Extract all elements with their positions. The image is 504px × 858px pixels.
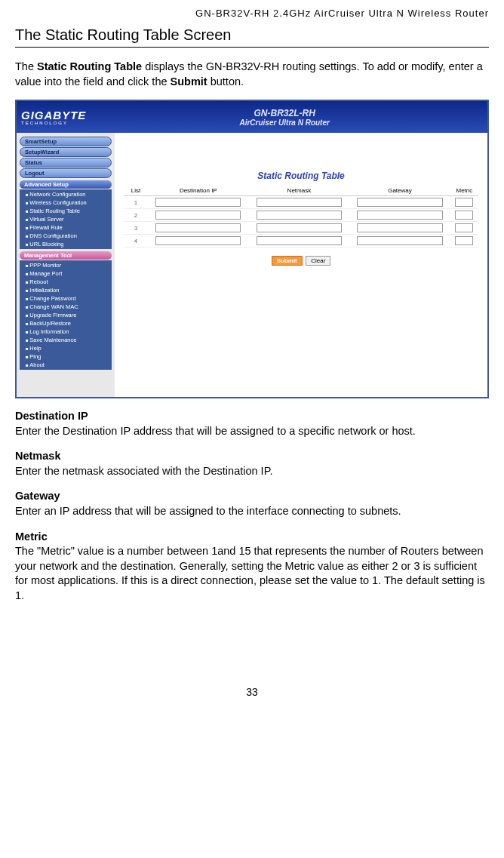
definition-term: Gateway [15, 489, 489, 504]
sidebar-btn-setupwizard[interactable]: SetupWizard [20, 147, 112, 157]
page-number: 33 [15, 686, 489, 698]
table-row: 1 [124, 196, 478, 209]
sidebar-item[interactable]: Virtual Server [20, 215, 112, 223]
sidebar-item[interactable]: Wireless Configuration [20, 198, 112, 207]
definition-desc: Enter the Destination IP address that wi… [15, 424, 489, 439]
destip-input[interactable] [155, 211, 241, 220]
sidebar-item[interactable]: URL Blocking [20, 240, 112, 248]
row-index: 3 [124, 222, 148, 235]
intro-bold2: Submit [171, 75, 207, 88]
gateway-input[interactable] [357, 198, 442, 207]
sidebar-top-buttons: SmartSetupSetupWizardStatusLogout [18, 137, 113, 178]
advanced-items: Network ConfigurationWireless Configurat… [20, 189, 112, 249]
metric-input[interactable] [455, 198, 473, 207]
metric-input[interactable] [455, 236, 473, 245]
sidebar-item[interactable]: PPP Monitor [20, 261, 112, 269]
model-block: GN-BR32L-RH AirCruiser Ultra N Router [86, 108, 483, 127]
management-tool-header[interactable]: Management Tool [20, 251, 112, 260]
screenshot-header: GIGABYTE TECHNOLOGY GN-BR32L-RH AirCruis… [17, 101, 487, 133]
intro-bold1: Static Routing Table [37, 60, 142, 72]
sidebar-item[interactable]: Change WAN MAC [20, 303, 112, 311]
sidebar-item[interactable]: Initialization [20, 286, 112, 294]
sidebar-btn-status[interactable]: Status [20, 158, 112, 168]
row-index: 2 [124, 209, 148, 222]
netmask-input[interactable] [257, 236, 342, 245]
table-row: 4 [124, 235, 478, 248]
sidebar-btn-smartsetup[interactable]: SmartSetup [20, 137, 112, 146]
definition-term: Netmask [15, 449, 489, 464]
table-header-row: List Destination IP Netmask Gateway Metr… [124, 186, 478, 196]
submit-button[interactable]: Submit [272, 256, 303, 266]
netmask-input[interactable] [257, 223, 342, 232]
col-destip: Destination IP [148, 186, 249, 196]
definition-desc: The "Metric" value is a number between 1… [15, 544, 489, 603]
model-code: GN-BR32L-RH [86, 108, 483, 118]
sidebar-item[interactable]: BackUp/Restore [20, 319, 112, 328]
intro-paragraph: The Static Routing Table displays the GN… [15, 60, 489, 89]
section-title: The Static Routing Table Screen [15, 26, 489, 48]
destip-input[interactable] [155, 198, 241, 207]
sidebar-item[interactable]: Manage Port [20, 269, 112, 278]
row-index: 1 [124, 196, 148, 209]
mgmt-items: PPP MonitorManage PortRebootInitializati… [20, 260, 112, 370]
definition-term: Destination IP [15, 409, 489, 424]
sidebar-item[interactable]: Upgrade Firmware [20, 311, 112, 319]
gateway-input[interactable] [357, 211, 442, 220]
router-screenshot: GIGABYTE TECHNOLOGY GN-BR32L-RH AirCruis… [15, 100, 489, 398]
sidebar-item[interactable]: Static Routing Table [20, 207, 112, 215]
destip-input[interactable] [155, 236, 241, 245]
routing-table: List Destination IP Netmask Gateway Metr… [124, 186, 478, 248]
sidebar-item[interactable]: Firewall Rule [20, 223, 112, 232]
metric-input[interactable] [455, 223, 473, 232]
screenshot-body: SmartSetupSetupWizardStatusLogout Advanc… [17, 133, 487, 397]
brand-name: GIGABYTE [21, 109, 86, 121]
table-row: 2 [124, 209, 478, 222]
sidebar-item[interactable]: DNS Configuration [20, 232, 112, 240]
sidebar-item[interactable]: Ping [20, 352, 112, 361]
definition-block: MetricThe "Metric" value is a number bet… [15, 530, 489, 604]
sidebar-btn-logout[interactable]: Logout [20, 168, 112, 178]
main-panel: Static Routing Table List Destination IP… [115, 133, 487, 397]
sidebar-item[interactable]: Help [20, 344, 112, 352]
gateway-input[interactable] [357, 236, 442, 245]
sidebar-item[interactable]: Change Password [20, 294, 112, 303]
table-row: 3 [124, 222, 478, 235]
sidebar-item[interactable]: Reboot [20, 278, 112, 286]
metric-input[interactable] [455, 211, 473, 220]
definition-block: GatewayEnter an IP address that will be … [15, 489, 489, 518]
gateway-input[interactable] [357, 223, 442, 232]
col-list: List [124, 186, 148, 196]
row-index: 4 [124, 235, 148, 248]
definition-term: Metric [15, 530, 489, 545]
sidebar-item[interactable]: Log Information [20, 328, 112, 336]
advanced-setup-header[interactable]: Advanced Setup [20, 180, 112, 189]
definition-block: NetmaskEnter the netmask associated with… [15, 449, 489, 478]
definition-desc: Enter an IP address that will be assigne… [15, 504, 489, 519]
brand-logo: GIGABYTE TECHNOLOGY [21, 109, 86, 125]
clear-button[interactable]: Clear [306, 256, 330, 266]
intro-post: button. [207, 75, 244, 88]
button-row: Submit Clear [124, 252, 478, 266]
intro-pre: The [15, 60, 37, 72]
definition-block: Destination IPEnter the Destination IP a… [15, 409, 489, 438]
destip-input[interactable] [155, 223, 241, 232]
col-netmask: Netmask [249, 186, 350, 196]
sidebar-item[interactable]: Save Maintenance [20, 336, 112, 344]
sidebar-item[interactable]: Network Configuration [20, 190, 112, 198]
product-header: GN-BR32V-RH 2.4GHz AirCruiser Ultra N Wi… [15, 8, 489, 19]
sidebar-item[interactable]: About [20, 361, 112, 369]
definition-desc: Enter the netmask associated with the De… [15, 464, 489, 479]
table-title: Static Routing Table [124, 171, 478, 181]
col-metric: Metric [450, 186, 478, 196]
netmask-input[interactable] [257, 211, 342, 220]
sidebar: SmartSetupSetupWizardStatusLogout Advanc… [17, 133, 115, 397]
model-desc: AirCruiser Ultra N Router [86, 118, 483, 127]
brand-tagline: TECHNOLOGY [21, 121, 86, 125]
netmask-input[interactable] [257, 198, 342, 207]
col-gateway: Gateway [349, 186, 450, 196]
